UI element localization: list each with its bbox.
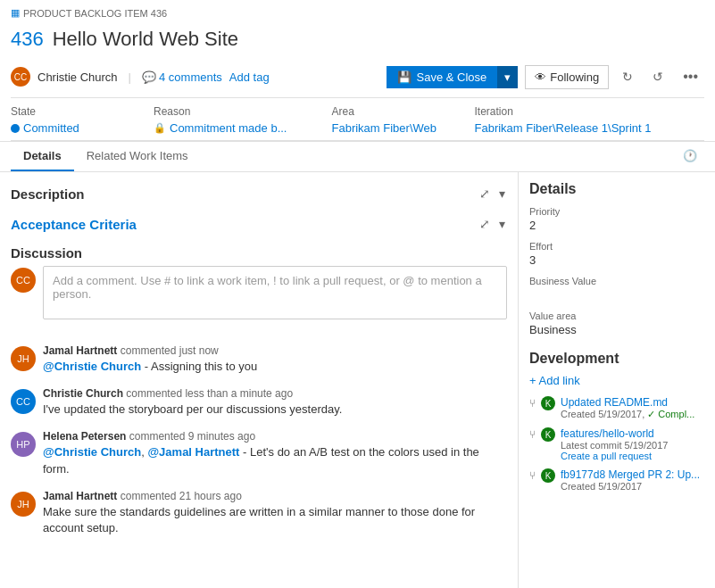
priority-label: Priority [529, 206, 704, 217]
undo-button[interactable]: ↺ [646, 64, 669, 89]
comment-avatar-1: CC [11, 389, 36, 414]
iteration-value[interactable]: Fabrikam Fiber\Release 1\Sprint 1 [475, 121, 652, 135]
user-name: Christie Church [37, 70, 118, 84]
comment-item-2: HP Helena Petersen commented 9 minutes a… [11, 430, 507, 476]
comment-icon: 💬 [142, 70, 156, 84]
description-collapse-button[interactable]: ▾ [497, 185, 507, 203]
dev-commit-title[interactable]: Updated README.md [561, 396, 704, 409]
git-pr-icon: ⑂ [529, 469, 536, 482]
lock-icon: 🔒 [154, 122, 166, 134]
eye-icon: 👁 [535, 70, 546, 84]
add-tag-button[interactable]: Add tag [229, 70, 270, 84]
reason-link[interactable]: Commitment made b... [170, 121, 287, 135]
comment-input-row: CC Add a comment. Use # to link a work i… [11, 266, 507, 332]
tab-history-icon[interactable]: 🕐 [676, 142, 704, 171]
comments-count: 4 comments [159, 70, 222, 84]
comment-avatar-0: JH [11, 346, 36, 371]
comment-time-3: commented 21 hours ago [121, 490, 242, 502]
iteration-label: Iteration [475, 105, 652, 118]
state-link[interactable]: Committed [23, 121, 79, 135]
add-link-button[interactable]: + Add link [529, 374, 704, 387]
comment-meta-0: Jamal Hartnett commented just now [43, 344, 507, 357]
dev-badge-1: K [541, 396, 555, 410]
left-panel: Description ⤢ ▾ Acceptance Criteria ⤢ ▾ … [0, 172, 519, 588]
description-title: Description [11, 186, 85, 202]
save-icon: 💾 [397, 70, 412, 84]
discussion-list: JH Jamal Hartnett commented just now @Ch… [11, 344, 507, 536]
description-expand-button[interactable]: ⤢ [478, 185, 492, 203]
fields-row: State Committed Reason 🔒 Commitment made… [11, 98, 704, 141]
comment-author-3: Jamal Hartnett [43, 490, 117, 502]
current-user-avatar: CC [11, 268, 36, 293]
reason-value: 🔒 Commitment made b... [154, 121, 287, 135]
area-field: Area Fabrikam Fiber\Web [332, 105, 457, 135]
effort-field: Effort 3 [529, 241, 704, 267]
refresh-button[interactable]: ↻ [616, 64, 639, 89]
save-dropdown-button[interactable]: ▾ [497, 66, 518, 88]
development-section: Development + Add link ⑂ K Updated READM… [529, 351, 704, 492]
comment-time-0: commented just now [121, 344, 219, 357]
toolbar: CC Christie Church | 💬 4 comments Add ta… [11, 58, 704, 98]
comment-author-2: Helena Petersen [43, 430, 126, 443]
priority-value: 2 [529, 219, 704, 232]
comment-author-1: Christie Church [43, 387, 123, 400]
breadcrumb-label: PRODUCT BACKLOG ITEM 436 [23, 8, 167, 19]
state-value: Committed [11, 121, 136, 135]
business-value-label: Business Value [529, 276, 704, 286]
dev-item-pr: ⑂ K fb9177d8 Merged PR 2: Up... Created … [529, 468, 704, 492]
history-icon: 🕐 [683, 149, 697, 162]
area-value[interactable]: Fabrikam Fiber\Web [332, 121, 457, 135]
iteration-field: Iteration Fabrikam Fiber\Release 1\Sprin… [475, 105, 652, 135]
git-commit-icon: ⑂ [529, 397, 536, 410]
comment-item-3: JH Jamal Hartnett commented 21 hours ago… [11, 490, 507, 536]
comment-content-2: Helena Petersen commented 9 minutes ago … [43, 430, 507, 476]
item-title: Hello World Web Site [53, 28, 238, 51]
discussion-section: Discussion CC Add a comment. Use # to li… [11, 245, 507, 536]
business-value-value [529, 288, 704, 302]
breadcrumb: ▦ PRODUCT BACKLOG ITEM 436 [11, 4, 704, 22]
git-branch-icon: ⑂ [529, 428, 536, 441]
discussion-title: Discussion [11, 245, 82, 261]
state-label: State [11, 105, 136, 118]
comment-item-1: CC Christie Church commented less than a… [11, 387, 507, 418]
comment-content-3: Jamal Hartnett commented 21 hours ago Ma… [43, 490, 507, 536]
value-area-field: Value area Business [529, 311, 704, 336]
comment-text-2: @Christie Church, @Jamal Hartnett - Let'… [43, 444, 507, 476]
effort-value: 3 [529, 253, 704, 267]
dev-badge-2: K [541, 427, 555, 442]
tab-details[interactable]: Details [11, 142, 74, 171]
comment-input[interactable]: Add a comment. Use # to link a work item… [43, 266, 507, 319]
acceptance-section: Acceptance Criteria ⤢ ▾ [11, 215, 507, 233]
acceptance-collapse-button[interactable]: ▾ [497, 215, 507, 233]
comment-avatar-2: HP [11, 432, 36, 457]
dev-branch-title[interactable]: features/hello-world [561, 427, 704, 440]
dev-branch-meta: Latest commit 5/19/2017 Create a pull re… [561, 440, 704, 461]
title-row: 436 Hello World Web Site [11, 22, 704, 58]
comment-content-1: Christie Church commented less than a mi… [43, 387, 507, 418]
area-label: Area [332, 105, 457, 118]
reason-label: Reason [154, 105, 287, 118]
priority-field: Priority 2 [529, 206, 704, 232]
dev-item-branch: ⑂ K features/hello-world Latest commit 5… [529, 427, 704, 461]
acceptance-title[interactable]: Acceptance Criteria [11, 217, 137, 232]
comment-author-0: Jamal Hartnett [43, 344, 117, 357]
reason-field: Reason 🔒 Commitment made b... [154, 105, 287, 135]
comment-item-0: JH Jamal Hartnett commented just now @Ch… [11, 344, 507, 375]
comment-meta-3: Jamal Hartnett commented 21 hours ago [43, 490, 507, 502]
comment-time-1: commented less than a minute ago [126, 387, 293, 400]
value-area-label: Value area [529, 311, 704, 321]
main-content: Description ⤢ ▾ Acceptance Criteria ⤢ ▾ … [0, 172, 715, 588]
acceptance-header: Acceptance Criteria ⤢ ▾ [11, 215, 507, 233]
following-button[interactable]: 👁 Following [525, 65, 609, 89]
comment-text-0: @Christie Church - Assigning this to you [43, 359, 507, 375]
dev-pr-title[interactable]: fb9177d8 Merged PR 2: Up... [561, 468, 704, 481]
acceptance-expand-button[interactable]: ⤢ [478, 215, 492, 233]
comment-meta-2: Helena Petersen commented 9 minutes ago [43, 430, 507, 443]
create-pull-request-link[interactable]: Create a pull request [561, 451, 652, 461]
tab-related-work-items[interactable]: Related Work Items [74, 142, 201, 171]
more-button[interactable]: ••• [677, 63, 704, 90]
save-close-button[interactable]: 💾 Save & Close [387, 66, 498, 88]
description-section: Description ⤢ ▾ [11, 185, 507, 203]
comments-link[interactable]: 💬 4 comments [142, 70, 222, 84]
development-title: Development [529, 351, 704, 367]
